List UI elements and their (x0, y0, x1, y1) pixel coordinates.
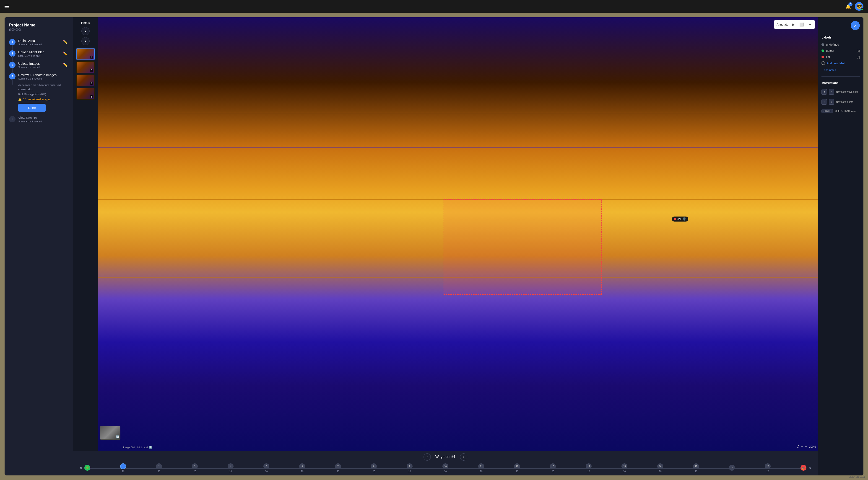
zoom-level: 100% (809, 445, 816, 448)
wp-node-4[interactable]: 4 (227, 463, 234, 469)
waypoint-title: Waypoint #1 (435, 455, 456, 459)
flight-nav-down[interactable]: ▼ (82, 37, 90, 45)
waypoint-nav: ‹ Waypoint #1 › (424, 453, 467, 460)
car-dot (674, 218, 676, 220)
wp-node-2[interactable]: 2 (156, 463, 162, 469)
wp-node-7[interactable]: 7 (335, 463, 341, 469)
annotate-box-tool[interactable]: ⬜ (799, 22, 805, 27)
step-content-1: Define Area Summarize if needed (18, 39, 59, 46)
step-edit-btn-1[interactable]: ✏️ (62, 39, 68, 45)
wp-count-14: 20 (587, 470, 590, 473)
navigate-waypoints-label: Navigate waypoints (836, 91, 858, 93)
wp-count-13: 20 (552, 470, 554, 473)
wp-node-wrap-9: 9 20 (407, 463, 412, 473)
key-down: ↓ (829, 99, 834, 105)
wp-node-14[interactable]: 14 (586, 463, 592, 469)
done-button[interactable]: Done (18, 104, 45, 112)
topbar-right: 🔔 6 😎 (845, 2, 863, 11)
wp-node-wrap-3: 3 20 (192, 463, 198, 473)
waypoint-next-btn[interactable]: › (460, 453, 467, 460)
waypoint-prev-btn[interactable]: ‹ (424, 453, 431, 460)
image-controls: ↺ − + 100% (796, 444, 816, 449)
wp-node-15[interactable]: 15 (621, 463, 627, 469)
fullscreen-button[interactable]: ⤢ (851, 21, 860, 30)
annotate-polygon-tool[interactable]: ✦ (808, 22, 812, 27)
wp-node-11[interactable]: 11 (478, 463, 484, 469)
notification-button[interactable]: 🔔 6 (845, 4, 851, 9)
warning-text: 10 unassigned images (23, 98, 51, 101)
zoom-in-btn[interactable]: + (805, 445, 807, 449)
instruction-row-waypoints: < > Navigate waypoints (822, 89, 860, 95)
add-label-text: Add new label (827, 62, 845, 65)
label-item-undefined[interactable]: undefined (822, 43, 860, 46)
step-num-3: 3 (9, 62, 16, 68)
annotate-label: Annotate (777, 23, 788, 26)
flight-thumb-2-badge: 5 (90, 69, 93, 72)
wp-count-6: 20 (301, 470, 303, 473)
wp-node-9[interactable]: 9 (407, 463, 412, 469)
avatar[interactable]: 😎 (855, 2, 863, 11)
add-notes-btn[interactable]: + Add notes (822, 69, 860, 72)
wp-node-10[interactable]: 10 (442, 463, 448, 469)
wp-node-wrap-1: 1 20 (120, 463, 126, 473)
zoom-out-btn[interactable]: − (801, 445, 803, 449)
wp-node-1[interactable]: 1 (120, 463, 126, 469)
flight-thumbnails: 5 5 5 5 (75, 48, 96, 100)
flight-nav-up[interactable]: ▲ (82, 27, 90, 35)
step-title-4: Review & Annotate Images (18, 73, 68, 77)
wp-node-3[interactable]: 3 (192, 463, 198, 469)
wp-node-16[interactable]: 16 (657, 463, 663, 469)
car-delete-btn[interactable]: 🗑️ (683, 218, 686, 221)
flights-area: Flights ▲ ▼ 5 5 (73, 17, 818, 451)
step-edit-btn-2[interactable]: ✏️ (62, 51, 68, 57)
flight-thumb-1[interactable]: 5 (76, 48, 95, 60)
wp-node-dots[interactable]: ··· (729, 465, 735, 471)
wp-count-12: 20 (516, 470, 518, 473)
step-num-2: 2 (9, 51, 16, 57)
labels-title: Labels (822, 36, 860, 39)
label-count-defect: [1] (857, 49, 860, 53)
step-title-5: View Results (18, 116, 68, 120)
flight-thumb-3[interactable]: 5 (76, 74, 95, 86)
label-item-car[interactable]: car [2] (822, 55, 860, 59)
wp-node-13[interactable]: 13 (550, 463, 556, 469)
step-title-3: Upload Images (18, 62, 59, 65)
wp-count-2: 20 (158, 470, 160, 473)
hamburger-menu[interactable] (5, 5, 9, 8)
main-panel: Project Name (000-000) 1 Define Area Sum… (5, 17, 863, 475)
waypoint-bar: ‹ Waypoint #1 › N 🟢 (73, 451, 818, 475)
step-sub-2: Litchi CSV files only (18, 55, 59, 57)
wp-node-20[interactable]: 20 (765, 463, 771, 469)
thumb-refresh-btn[interactable]: 🔄 (116, 435, 119, 439)
step-description: Aenean lacinia bibendum nulla sed consec… (18, 83, 68, 91)
wp-node-17[interactable]: 17 (693, 463, 699, 469)
wp-node-12[interactable]: 12 (514, 463, 520, 469)
wp-node-wrap-start: 🟢 (84, 465, 90, 472)
label-item-defect[interactable]: defect [1] (822, 49, 860, 53)
step-num-5: 5 (9, 116, 16, 122)
wp-node-end[interactable]: 🚁 (801, 465, 806, 471)
project-id: (000-000) (9, 28, 68, 31)
instruction-row-rgb: SPACE Hold for RGB view (822, 109, 860, 113)
flight-thumb-4[interactable]: 5 (76, 88, 95, 100)
wp-node-6[interactable]: 6 (299, 463, 305, 469)
label-dot-undefined (822, 43, 824, 46)
label-count-car: [2] (857, 55, 860, 59)
wp-count-16: 20 (659, 470, 661, 473)
online-status-dot (861, 8, 863, 10)
wp-node-wrap-6: 6 20 (299, 463, 305, 473)
annotate-cursor-tool[interactable]: ▶ (791, 22, 796, 27)
add-label-btn[interactable]: Add new label (822, 61, 860, 65)
project-name: Project Name (9, 23, 68, 28)
step-edit-btn-3[interactable]: ✏️ (62, 62, 68, 68)
undo-btn[interactable]: ↺ (796, 444, 799, 449)
flight-thumb-3-badge: 5 (90, 82, 93, 85)
car-label: car 🗑️ (672, 217, 688, 222)
key-right: > (829, 89, 834, 95)
wp-node-8[interactable]: 8 (371, 463, 377, 469)
wp-count-9: 20 (408, 470, 411, 473)
label-dot-car (822, 56, 824, 58)
wp-node-5[interactable]: 5 (264, 463, 269, 469)
wp-node-start[interactable]: 🟢 (84, 465, 90, 471)
flight-thumb-2[interactable]: 5 (76, 61, 95, 73)
